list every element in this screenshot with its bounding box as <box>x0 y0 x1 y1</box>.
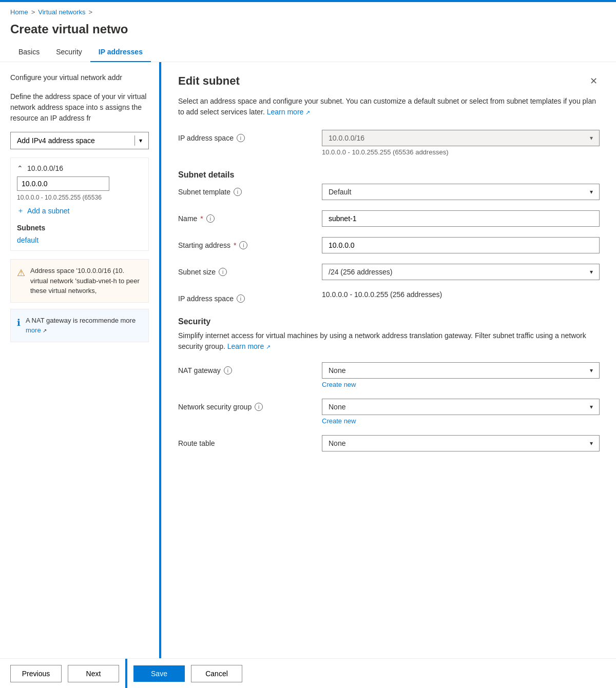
nat-gateway-label: NAT gateway i <box>178 362 322 375</box>
subnet-size-control: /24 (256 addresses) ▾ <box>322 264 600 280</box>
add-subnet-label: Add a subnet <box>27 207 70 215</box>
ip-space-chevron-icon: ▾ <box>590 134 593 142</box>
external-link-icon: ↗ <box>43 328 47 333</box>
starting-address-info-icon[interactable]: i <box>239 241 247 249</box>
info-icon: ℹ <box>17 316 21 336</box>
breadcrumb: Home > Virtual networks > <box>10 8 606 16</box>
nat-gateway-create-new-link[interactable]: Create new <box>322 381 600 388</box>
subnet-details-heading: Subnet details <box>178 170 600 180</box>
subnet-template-row: Subnet template i Default ▾ <box>178 184 600 200</box>
starting-address-row: Starting address * i <box>178 237 600 253</box>
subnet-template-label: Subnet template i <box>178 184 322 196</box>
ip-address-space-info-value: 10.0.0.0 - 10.0.0.255 (256 addresses) <box>322 290 600 299</box>
route-table-chevron-icon: ▾ <box>590 440 593 447</box>
breadcrumb-sep1: > <box>31 8 35 16</box>
ip-address-space-info-label: IP address space i <box>178 290 322 303</box>
add-ipv4-button[interactable]: Add IPv4 address space ▾ <box>10 132 149 149</box>
ip-address-space-range: 10.0.0.0 - 10.0.255.255 (65536 addresses… <box>322 148 600 156</box>
add-subnet-button[interactable]: ＋ Add a subnet <box>17 206 70 215</box>
starting-address-input[interactable] <box>322 237 600 253</box>
edit-subnet-title: Edit subnet <box>178 74 240 88</box>
ip-address-space2-info-icon[interactable]: i <box>237 294 245 303</box>
learn-more-external-icon: ↗ <box>305 109 310 115</box>
breadcrumb-home[interactable]: Home <box>10 8 28 16</box>
starting-address-label: Starting address * i <box>178 237 322 249</box>
cancel-button[interactable]: Cancel <box>191 665 242 682</box>
info-box: ℹ A NAT gateway is recommende more more … <box>10 309 149 342</box>
starting-address-control <box>322 237 600 253</box>
nat-gateway-dropdown[interactable]: None ▾ <box>322 362 600 379</box>
name-label: Name * i <box>178 210 322 223</box>
subnet-default-link[interactable]: default <box>17 236 38 244</box>
warning-box: ⚠ Address space '10.0.0.0/16 (10. virtua… <box>10 259 149 303</box>
next-button[interactable]: Next <box>68 665 119 682</box>
nat-gateway-row: NAT gateway i None ▾ Create new <box>178 362 600 388</box>
close-button[interactable]: ✕ <box>588 74 600 88</box>
route-table-control: None ▾ <box>322 435 600 451</box>
ip-address-space-info-icon[interactable]: i <box>237 134 245 142</box>
nsg-create-new-link[interactable]: Create new <box>322 417 600 425</box>
left-panel: Configure your virtual network addr Defi… <box>0 62 159 667</box>
nsg-info-icon[interactable]: i <box>255 403 263 411</box>
warning-text: Address space '10.0.0.0/16 (10. virtual … <box>30 266 142 296</box>
main-layout: Configure your virtual network addr Defi… <box>0 62 616 667</box>
address-block-title: 10.0.0.0/16 <box>27 164 63 172</box>
security-heading: Security <box>178 317 600 326</box>
left-description2: Define the address space of your vir vir… <box>10 91 149 124</box>
name-row: Name * i <box>178 210 600 227</box>
collapse-icon[interactable]: ⌃ <box>17 164 23 172</box>
ip-address-space-row: IP address space i 10.0.0.0/16 ▾ 10.0.0.… <box>178 130 600 156</box>
route-table-dropdown[interactable]: None ▾ <box>322 435 600 451</box>
subnet-size-row: Subnet size i /24 (256 addresses) ▾ <box>178 264 600 280</box>
route-table-row: Route table None ▾ <box>178 435 600 451</box>
address-input[interactable] <box>17 176 109 191</box>
right-panel: Edit subnet ✕ Select an address space an… <box>161 62 616 667</box>
subnet-template-control: Default ▾ <box>322 184 600 200</box>
name-input[interactable] <box>322 210 600 227</box>
subnet-template-dropdown[interactable]: Default ▾ <box>322 184 600 200</box>
ip-address-space-control: 10.0.0.0/16 ▾ 10.0.0.0 - 10.0.255.255 (6… <box>322 130 600 156</box>
subnets-section: Subnets default <box>17 224 142 244</box>
nat-gateway-chevron-icon: ▾ <box>590 367 593 374</box>
page-title: Create virtual netwo <box>0 20 616 43</box>
warning-icon: ⚠ <box>17 266 25 296</box>
nat-gateway-info-icon[interactable]: i <box>224 366 232 375</box>
subnet-size-label: Subnet size i <box>178 264 322 276</box>
learn-more-link[interactable]: Learn more ↗ <box>267 108 310 116</box>
add-ipv4-chevron-icon: ▾ <box>139 137 142 144</box>
add-ipv4-label: Add IPv4 address space <box>17 136 95 145</box>
tab-security[interactable]: Security <box>48 43 90 62</box>
subnet-template-info-icon[interactable]: i <box>234 188 242 196</box>
breadcrumb-sep2: > <box>89 8 93 16</box>
save-button[interactable]: Save <box>133 665 185 682</box>
subnet-template-chevron-icon: ▾ <box>590 188 593 195</box>
subnets-label: Subnets <box>17 224 142 232</box>
footer-divider <box>125 659 127 689</box>
left-description1: Configure your virtual network addr <box>10 72 149 83</box>
subnet-size-info-icon[interactable]: i <box>219 268 227 276</box>
tabs-container: Basics Security IP addresses <box>0 43 616 62</box>
security-learn-more-link[interactable]: Learn more ↗ <box>227 342 271 350</box>
previous-button[interactable]: Previous <box>10 665 62 682</box>
tab-ip-addresses[interactable]: IP addresses <box>90 43 151 62</box>
info-text: A NAT gateway is recommende more more ↗ <box>26 316 142 336</box>
network-security-group-row: Network security group i None ▾ Create n… <box>178 399 600 425</box>
ip-address-space-dropdown: 10.0.0.0/16 ▾ <box>322 130 600 146</box>
route-table-label: Route table <box>178 435 322 447</box>
nsg-chevron-icon: ▾ <box>590 403 593 410</box>
breadcrumb-virtual-networks[interactable]: Virtual networks <box>38 8 85 16</box>
ip-address-space-info-row: IP address space i 10.0.0.0 - 10.0.0.255… <box>178 290 600 303</box>
network-security-group-label: Network security group i <box>178 399 322 411</box>
network-security-group-dropdown[interactable]: None ▾ <box>322 399 600 415</box>
subnet-size-dropdown[interactable]: /24 (256 addresses) ▾ <box>322 264 600 280</box>
tab-basics[interactable]: Basics <box>10 43 48 62</box>
name-control <box>322 210 600 227</box>
security-learn-more-icon: ↗ <box>266 344 271 350</box>
add-subnet-plus-icon: ＋ <box>17 206 24 215</box>
ip-address-space-label: IP address space i <box>178 130 322 142</box>
address-block: ⌃ 10.0.0.0/16 10.0.0.0 - 10.0.255.255 (6… <box>10 158 149 251</box>
panel-description: Select an address space and configure yo… <box>178 96 600 117</box>
name-info-icon[interactable]: i <box>206 214 215 223</box>
info-learn-more-link[interactable]: more <box>26 326 41 334</box>
name-required-indicator: * <box>200 214 203 223</box>
